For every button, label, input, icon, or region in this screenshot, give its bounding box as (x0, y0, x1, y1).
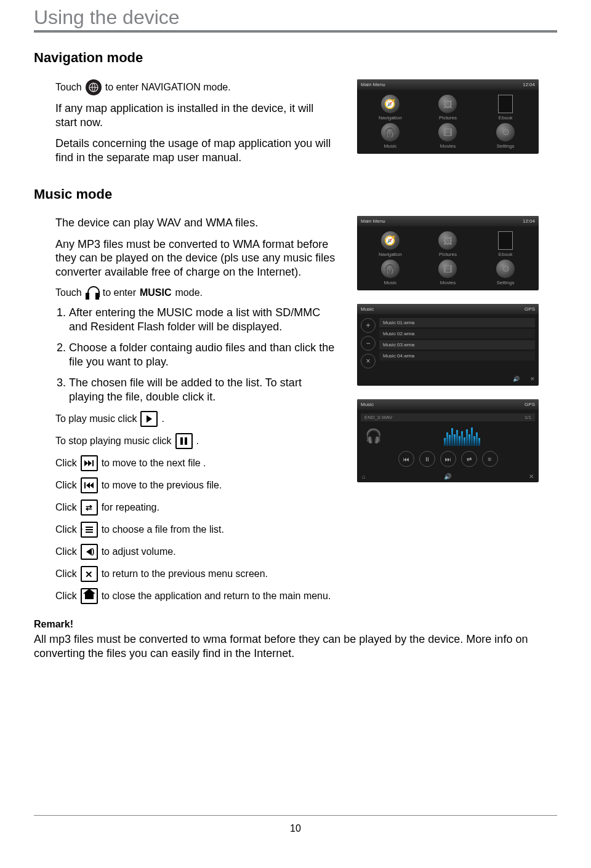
nav-p2: If any map application is installed in t… (55, 102, 336, 129)
title-divider (34, 30, 557, 33)
remark-body: All mp3 files must be converted to wma f… (34, 632, 557, 660)
settings-app-icon: ⚙ (496, 123, 515, 141)
screenshot-music-filelist: MusicGPS + − × Music 01.wma Music 02.wma… (357, 304, 539, 386)
return-line: Click ✕ to return to the previous menu s… (55, 566, 336, 582)
music-heading: Music mode (34, 186, 557, 202)
prev-line: Click to move to the previous file. (55, 477, 336, 493)
music-app-icon: 🎧 (381, 123, 400, 141)
player-next-icon: ⏭ (440, 451, 456, 467)
play-icon (140, 411, 158, 427)
repeat-icon: ⇄ (81, 500, 98, 516)
volume-icon (81, 544, 98, 560)
music-step-3: The chosen file will be added to the lis… (69, 376, 336, 404)
sound-small-icon: 🔊 (513, 376, 520, 382)
home-line: Click to close the application and retur… (55, 588, 336, 604)
music-p2: Any MP3 files must be converted to WMA f… (55, 237, 336, 279)
choose-line: Click to choose a file from the list. (55, 522, 336, 538)
x-icon: × (361, 354, 376, 368)
home-icon (81, 588, 98, 604)
pictures-app-icon: 🖼 (438, 95, 457, 113)
stop-line: To stop playing music click . (55, 433, 336, 449)
player-list-icon: ≡ (482, 451, 498, 467)
screenshot-main-menu-1: Main Menu12:04 🧭Navigation 🖼Pictures Ebo… (357, 79, 539, 154)
page-number: 10 (290, 823, 301, 834)
pause-icon (175, 433, 193, 449)
remark-heading: Remark! (34, 619, 73, 629)
globe-nav-icon (86, 79, 102, 95)
nav-app-icon: 🧭 (381, 95, 400, 113)
repeat-line: Click ⇄ for repeating. (55, 500, 336, 516)
close-small-icon: ✕ (530, 376, 535, 382)
player-home-icon: ⌂ (362, 473, 366, 480)
ebook-app-icon (498, 95, 513, 113)
player-pause-icon: ⏸ (419, 451, 435, 467)
nav-p3: Details concerning the usage of map appl… (55, 137, 336, 164)
player-headphones-icon: 🎧 (361, 428, 385, 444)
close-x-icon: ✕ (81, 566, 98, 582)
screenshot-music-player: MusicGPS END_0.WAV1/1 🎧 ⏮ ⏸ ⏭ ⇄ ≡ (357, 399, 539, 482)
playlist-icon (81, 522, 98, 538)
player-repeat-icon: ⇄ (461, 451, 477, 467)
plus-icon: + (361, 318, 376, 333)
next-icon (81, 455, 98, 471)
prev-icon (81, 477, 98, 493)
nav-touch-line: Touch to enter NAVIGATION mode. (55, 79, 336, 95)
nav-heading: Navigation mode (34, 50, 557, 66)
movies-app-icon: 🎞 (438, 123, 457, 141)
next-line: Click to move to the next file . (55, 455, 336, 471)
screenshot-main-menu-2: Main Menu12:04 🧭Navigation 🖼Pictures Ebo… (357, 216, 539, 290)
page-footer: 10 (34, 815, 557, 834)
page-title: Using the device (34, 6, 557, 29)
headphones-icon (86, 286, 99, 300)
music-step-1: After entering the MUSIC mode a list wit… (69, 306, 336, 333)
player-prev-icon: ⏮ (398, 451, 414, 467)
music-step-2: Choose a folder containg audio files and… (69, 341, 336, 368)
music-p1: The device can play WAV and WMA files. (55, 216, 336, 230)
player-vol-icon: 🔊 (444, 473, 451, 480)
player-close-icon: ✕ (529, 473, 534, 480)
play-line: To play music click . (55, 411, 336, 427)
volume-line: Click to adjust volume. (55, 544, 336, 560)
minus-icon: − (361, 336, 376, 351)
music-touch-line: Touch to enter MUSIC mode. (55, 286, 336, 300)
